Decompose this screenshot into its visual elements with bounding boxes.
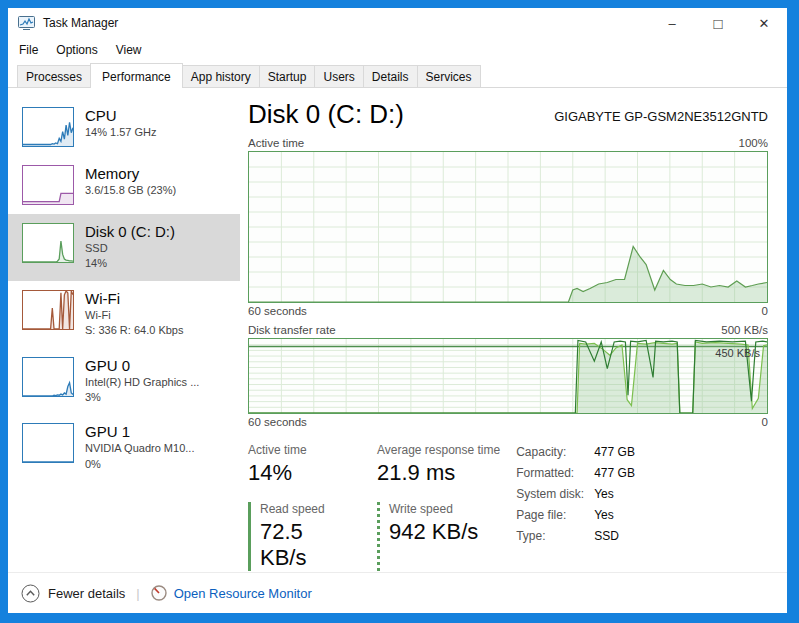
property-row: Formatted: 477 GB (516, 466, 635, 480)
sidebar-item-title: GPU 0 (85, 357, 199, 374)
tab-details[interactable]: Details (363, 65, 418, 87)
menu-view[interactable]: View (107, 40, 151, 60)
memory-mini-chart (22, 165, 74, 205)
stat-write-speed: Write speed 942 KB/s (377, 502, 500, 571)
chevron-up-icon (21, 584, 40, 603)
sidebar-item-stat: S: 336 R: 64.0 Kbps (85, 323, 183, 338)
cpu-mini-chart (22, 107, 74, 147)
active-time-chart-label: Active time (248, 137, 304, 149)
window-controls: – □ ✕ (649, 8, 787, 38)
sidebar-item-title: Wi-Fi (85, 290, 183, 307)
page-title: Disk 0 (C: D:) (248, 100, 404, 129)
sidebar-item-title: CPU (85, 107, 157, 124)
active-time-x-left: 60 seconds (248, 305, 307, 317)
transfer-rate-chart-label: Disk transfer rate (248, 324, 336, 336)
property-row: System disk: Yes (516, 487, 635, 501)
sidebar-item-gpu1[interactable]: GPU 1 NVIDIA Quadro M10... 0% (8, 414, 240, 481)
property-row: Type: SSD (516, 529, 635, 543)
gpu1-mini-chart (22, 423, 74, 463)
gpu0-mini-chart (22, 357, 74, 397)
transfer-rate-x-right: 0 (762, 416, 768, 428)
disk-stats: Active time 14% Average response time 21… (248, 443, 768, 571)
sidebar-item-memory[interactable]: Memory 3.6/15.8 GB (23%) (8, 156, 240, 214)
disk-mini-chart (22, 223, 74, 263)
desktop-frame: { "window": { "title": "Task Manager", "… (0, 0, 799, 623)
sidebar-item-cpu[interactable]: CPU 14% 1.57 GHz (8, 98, 240, 156)
sidebar-item-stat: Intel(R) HD Graphics ... (85, 375, 199, 390)
stat-average-response-time: Average response time 21.9 ms (377, 443, 500, 486)
sidebar-item-stat: 14% (85, 256, 175, 271)
property-row: Page file: Yes (516, 508, 635, 522)
sidebar-item-stat: 3.6/15.8 GB (23%) (85, 183, 176, 198)
tab-services[interactable]: Services (417, 65, 481, 87)
sidebar-item-stat: 3% (85, 390, 199, 405)
tab-users[interactable]: Users (314, 65, 363, 87)
active-time-x-right: 0 (762, 305, 768, 317)
menu-options[interactable]: Options (47, 40, 106, 60)
close-button[interactable]: ✕ (741, 8, 787, 38)
sidebar-item-disk0[interactable]: Disk 0 (C: D:) SSD 14% (8, 214, 240, 281)
performance-content: CPU 14% 1.57 GHz Memory 3.6/15.8 GB (23%… (8, 88, 787, 572)
fewer-details-button[interactable]: Fewer details (21, 584, 125, 603)
performance-sidebar: CPU 14% 1.57 GHz Memory 3.6/15.8 GB (23%… (8, 88, 240, 572)
disk-properties: Capacity: 477 GB Formatted: 477 GB Syste… (516, 443, 635, 571)
menu-bar: File Options View (8, 38, 787, 62)
open-resource-monitor-link[interactable]: Open Resource Monitor (151, 585, 312, 601)
property-row: Capacity: 477 GB (516, 445, 635, 459)
task-manager-icon (18, 16, 35, 31)
wifi-mini-chart (22, 290, 74, 330)
sidebar-item-title: Disk 0 (C: D:) (85, 223, 175, 240)
disk-detail-panel: Disk 0 (C: D:) GIGABYTE GP-GSM2NE3512GNT… (240, 88, 787, 572)
sidebar-item-title: GPU 1 (85, 423, 194, 440)
title-bar: Task Manager – □ ✕ (8, 8, 787, 38)
window-title: Task Manager (43, 16, 118, 30)
active-time-chart-max: 100% (739, 137, 768, 149)
stat-active-time: Active time 14% (248, 443, 353, 486)
task-manager-window: Task Manager – □ ✕ File Options View Pro… (8, 8, 787, 613)
transfer-rate-chart-max: 500 KB/s (721, 324, 768, 336)
transfer-rate-ref-label: 450 KB/s (715, 347, 760, 359)
sidebar-item-stat: 0% (85, 457, 194, 472)
sidebar-item-stat: SSD (85, 241, 175, 256)
tab-performance[interactable]: Performance (90, 63, 183, 88)
minimize-button[interactable]: – (649, 8, 695, 38)
footer-bar: Fewer details | Open Resource Monitor (8, 572, 787, 613)
sidebar-item-title: Memory (85, 165, 176, 182)
footer-separator: | (136, 586, 139, 601)
resource-monitor-icon (151, 585, 167, 601)
tab-bar: Processes Performance App history Startu… (8, 62, 787, 88)
sidebar-item-stat: 14% 1.57 GHz (85, 125, 157, 140)
menu-file[interactable]: File (18, 40, 47, 60)
active-time-chart (248, 151, 768, 303)
stat-read-speed: Read speed 72.5 KB/s (248, 502, 353, 571)
tab-startup[interactable]: Startup (259, 65, 316, 87)
tab-app-history[interactable]: App history (182, 65, 260, 87)
sidebar-item-stat: Wi-Fi (85, 308, 183, 323)
transfer-rate-x-left: 60 seconds (248, 416, 307, 428)
device-name: GIGABYTE GP-GSM2NE3512GNTD (554, 109, 768, 129)
transfer-rate-chart: 450 KB/s (248, 338, 768, 414)
sidebar-item-wifi[interactable]: Wi-Fi Wi-Fi S: 336 R: 64.0 Kbps (8, 281, 240, 348)
tab-processes[interactable]: Processes (17, 65, 91, 87)
maximize-button[interactable]: □ (695, 8, 741, 38)
sidebar-item-gpu0[interactable]: GPU 0 Intel(R) HD Graphics ... 3% (8, 348, 240, 415)
sidebar-item-stat: NVIDIA Quadro M10... (85, 441, 194, 456)
